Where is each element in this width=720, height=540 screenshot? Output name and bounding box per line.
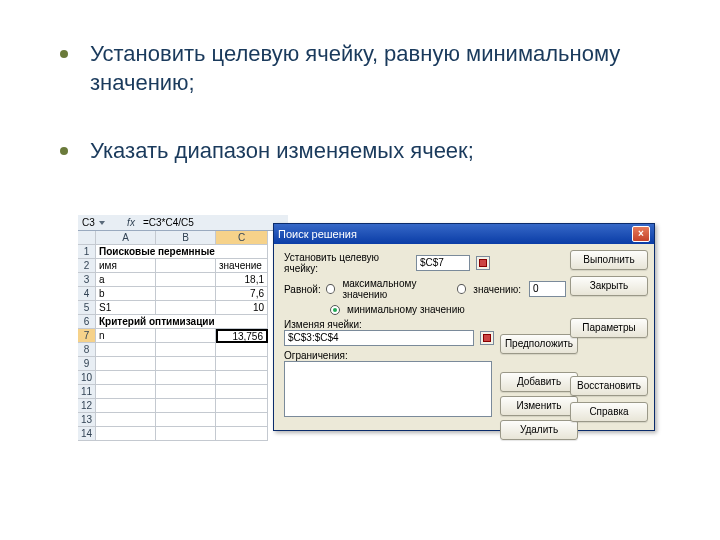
formula-text[interactable]: =C3*C4/C5 xyxy=(139,217,288,228)
cell[interactable] xyxy=(96,385,156,399)
row-header[interactable]: 8 xyxy=(78,343,96,357)
fx-icon[interactable]: fx xyxy=(123,217,139,228)
cell[interactable] xyxy=(216,427,268,441)
radio-value[interactable] xyxy=(457,284,466,294)
row-header[interactable]: 7 xyxy=(78,329,96,343)
cell[interactable]: n xyxy=(96,329,156,343)
bullet-2: Указать диапазон изменяемых ячеек; xyxy=(60,137,660,166)
select-all-corner[interactable] xyxy=(78,231,96,245)
formula-bar: C3 fx =C3*C4/C5 xyxy=(78,215,288,231)
radio-max[interactable] xyxy=(326,284,335,294)
bullet-1: Установить целевую ячейку, равную минима… xyxy=(60,40,660,97)
row-header[interactable]: 10 xyxy=(78,371,96,385)
row-header[interactable]: 4 xyxy=(78,287,96,301)
col-header-a[interactable]: A xyxy=(96,231,156,245)
radio-min-label: минимальному значению xyxy=(347,304,465,315)
cell[interactable] xyxy=(156,301,216,315)
target-cell-label: Установить целевую ячейку: xyxy=(284,252,412,274)
cell[interactable] xyxy=(156,329,216,343)
cell[interactable] xyxy=(216,371,268,385)
value-input[interactable]: 0 xyxy=(529,281,566,297)
help-button[interactable]: Справка xyxy=(570,402,648,422)
cell[interactable] xyxy=(156,357,216,371)
cell[interactable] xyxy=(156,427,216,441)
run-button[interactable]: Выполнить xyxy=(570,250,648,270)
options-button[interactable]: Параметры xyxy=(570,318,648,338)
guess-button[interactable]: Предположить xyxy=(500,334,578,354)
cell[interactable]: b xyxy=(96,287,156,301)
cell[interactable] xyxy=(156,371,216,385)
cell[interactable] xyxy=(156,259,216,273)
cell[interactable] xyxy=(156,385,216,399)
row-header[interactable]: 1 xyxy=(78,245,96,259)
cell[interactable] xyxy=(96,371,156,385)
change-button[interactable]: Изменить xyxy=(500,396,578,416)
radio-max-label: максимальному значению xyxy=(342,278,453,300)
delete-button[interactable]: Удалить xyxy=(500,420,578,440)
active-cell[interactable]: 13,756 xyxy=(216,329,268,343)
cell[interactable]: Критерий оптимизации xyxy=(96,315,268,329)
cell[interactable]: 10 xyxy=(216,301,268,315)
cell[interactable]: 18,1 xyxy=(216,273,268,287)
cell[interactable] xyxy=(96,427,156,441)
cell[interactable] xyxy=(156,343,216,357)
cell[interactable] xyxy=(156,399,216,413)
changing-cells-input[interactable]: $C$3:$C$4 xyxy=(284,330,474,346)
cell[interactable] xyxy=(156,273,216,287)
spreadsheet-grid[interactable]: A B C 1 Поисковые перемнные 2 имя значен… xyxy=(78,231,288,441)
reset-button[interactable]: Восстановить xyxy=(570,376,648,396)
name-box[interactable]: C3 xyxy=(82,217,95,228)
ref-picker-icon[interactable] xyxy=(476,256,490,270)
radio-min[interactable] xyxy=(330,305,340,315)
dialog-title: Поиск решения xyxy=(278,228,632,240)
row-header[interactable]: 14 xyxy=(78,427,96,441)
cell[interactable]: имя xyxy=(96,259,156,273)
row-header[interactable]: 3 xyxy=(78,273,96,287)
add-button[interactable]: Добавить xyxy=(500,372,578,392)
cell[interactable] xyxy=(216,413,268,427)
dialog-titlebar[interactable]: Поиск решения × xyxy=(274,224,654,244)
cell[interactable]: 7,6 xyxy=(216,287,268,301)
row-header[interactable]: 13 xyxy=(78,413,96,427)
target-cell-input[interactable]: $C$7 xyxy=(416,255,470,271)
close-button[interactable]: Закрыть xyxy=(570,276,648,296)
cell[interactable] xyxy=(156,413,216,427)
cell[interactable] xyxy=(96,343,156,357)
row-header[interactable]: 9 xyxy=(78,357,96,371)
cell[interactable] xyxy=(216,357,268,371)
solver-dialog: Поиск решения × Установить целевую ячейк… xyxy=(273,223,655,431)
cell[interactable] xyxy=(216,385,268,399)
equal-label: Равной: xyxy=(284,284,322,295)
ref-picker-icon[interactable] xyxy=(480,331,494,345)
col-header-b[interactable]: B xyxy=(156,231,216,245)
cell[interactable]: S1 xyxy=(96,301,156,315)
row-header[interactable]: 5 xyxy=(78,301,96,315)
radio-value-label: значению: xyxy=(473,284,521,295)
close-icon[interactable]: × xyxy=(632,226,650,242)
row-header[interactable]: 6 xyxy=(78,315,96,329)
cell[interactable]: a xyxy=(96,273,156,287)
col-header-c[interactable]: C xyxy=(216,231,268,245)
cell[interactable]: значение xyxy=(216,259,268,273)
screenshot: C3 fx =C3*C4/C5 A B C 1 Поисковые перемн… xyxy=(78,215,658,445)
cell[interactable] xyxy=(216,343,268,357)
changing-cells-label: Изменяя ячейки: xyxy=(284,319,566,330)
row-header[interactable]: 12 xyxy=(78,399,96,413)
cell[interactable] xyxy=(96,413,156,427)
cell[interactable] xyxy=(96,399,156,413)
row-header[interactable]: 11 xyxy=(78,385,96,399)
excel-fragment: C3 fx =C3*C4/C5 A B C 1 Поисковые перемн… xyxy=(78,215,288,441)
namebox-dropdown-icon[interactable] xyxy=(99,221,105,225)
row-header[interactable]: 2 xyxy=(78,259,96,273)
cell[interactable] xyxy=(96,357,156,371)
cell[interactable]: Поисковые перемнные xyxy=(96,245,268,259)
cell[interactable] xyxy=(156,287,216,301)
cell[interactable] xyxy=(216,399,268,413)
constraints-listbox[interactable] xyxy=(284,361,492,417)
